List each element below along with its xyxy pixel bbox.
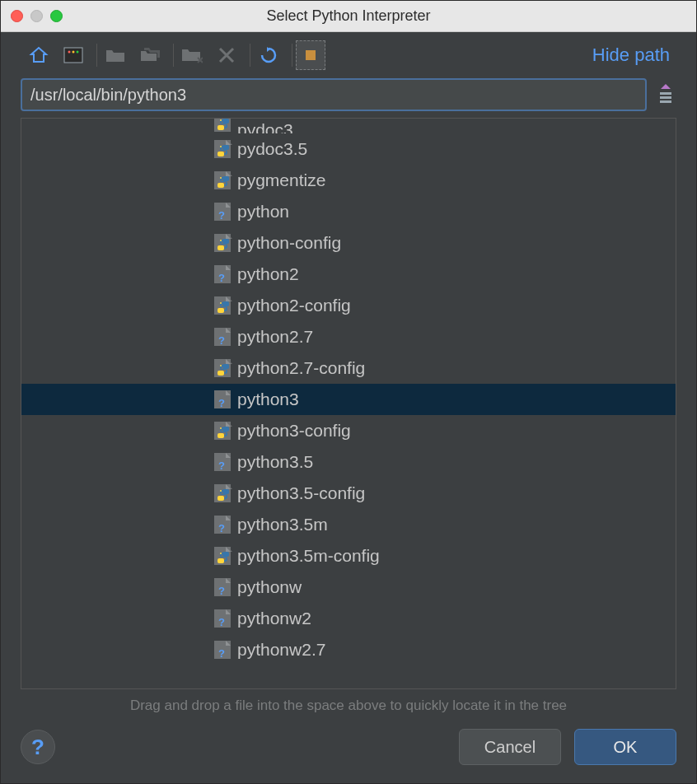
svg-point-35 <box>220 365 222 366</box>
tree-row[interactable]: ?python <box>21 196 676 227</box>
folder-stack-icon <box>140 46 160 64</box>
python-file-icon <box>213 170 234 191</box>
svg-rect-49 <box>222 489 229 494</box>
file-tree[interactable]: pydoc3pydoc3.5pygmentize?pythonpython-co… <box>21 118 676 689</box>
tree-row[interactable]: ?python3 <box>21 384 676 415</box>
tree-row[interactable]: ?pythonw2.7 <box>21 634 676 665</box>
tree-row[interactable]: pydoc3.5 <box>21 133 676 165</box>
window-controls <box>11 10 63 22</box>
new-folder-button[interactable] <box>101 40 130 70</box>
unknown-file-icon: ? <box>213 201 234 222</box>
svg-point-3 <box>77 51 79 54</box>
file-label: pydoc3.5 <box>237 139 307 159</box>
file-label: python-config <box>237 233 341 253</box>
svg-point-13 <box>220 146 222 147</box>
copy-folder-button[interactable] <box>135 40 165 70</box>
svg-rect-10 <box>218 125 224 130</box>
maximize-window-button[interactable] <box>50 10 63 22</box>
svg-text:?: ? <box>218 334 225 347</box>
file-label: python3.5 <box>237 452 313 472</box>
svg-rect-54 <box>218 558 224 563</box>
hide-path-link[interactable]: Hide path <box>592 44 673 66</box>
toolbar-separator <box>96 44 97 67</box>
tree-row[interactable]: python2.7-config <box>21 352 676 384</box>
tree-row[interactable]: ?python3.5 <box>21 446 676 478</box>
toolbar-separator <box>292 44 292 67</box>
tree-row[interactable]: ?python3.5m <box>21 509 676 540</box>
svg-rect-55 <box>222 552 229 557</box>
folder-icon <box>105 47 125 63</box>
python-file-icon <box>213 138 234 160</box>
tree-row[interactable]: ?python2 <box>21 259 676 290</box>
file-label: python3.5-config <box>237 483 365 503</box>
svg-rect-11 <box>222 119 229 124</box>
tree-row[interactable]: pygmentize <box>21 165 676 196</box>
unknown-file-icon: ? <box>213 639 234 660</box>
python-file-icon <box>213 232 234 254</box>
svg-point-47 <box>220 490 222 492</box>
unknown-file-icon: ? <box>213 326 234 348</box>
tree-row[interactable]: python-config <box>21 227 676 259</box>
svg-text:?: ? <box>218 272 225 284</box>
tree-row[interactable]: pydoc3 <box>21 119 676 133</box>
file-label: python2 <box>237 264 299 284</box>
delete-button[interactable] <box>212 40 241 70</box>
tree-row[interactable]: python3.5m-config <box>21 540 676 572</box>
history-button[interactable] <box>655 82 676 107</box>
toolbar: Hide path <box>1 32 696 78</box>
toolbar-separator <box>250 44 250 67</box>
unknown-file-icon: ? <box>213 264 234 285</box>
python-file-icon <box>213 483 234 504</box>
svg-point-1 <box>68 51 71 54</box>
minimize-window-button[interactable] <box>30 10 43 22</box>
svg-text:?: ? <box>218 209 225 222</box>
unknown-file-icon: ? <box>213 451 234 473</box>
unknown-file-icon: ? <box>213 514 234 535</box>
cancel-button[interactable]: Cancel <box>459 729 561 765</box>
show-hidden-button[interactable] <box>296 40 325 70</box>
svg-rect-19 <box>222 176 229 181</box>
tree-row[interactable]: ?pythonw2 <box>21 603 676 634</box>
unknown-file-icon: ? <box>213 576 234 598</box>
file-label: python2-config <box>237 296 351 315</box>
home-button[interactable] <box>24 40 54 70</box>
tree-row[interactable]: python3-config <box>21 415 676 446</box>
tree-row[interactable]: ?python2.7 <box>21 321 676 352</box>
ok-button[interactable]: OK <box>574 729 676 765</box>
new-folder-action-button[interactable] <box>177 40 207 70</box>
home-icon <box>29 45 49 65</box>
svg-rect-15 <box>222 145 229 150</box>
svg-point-2 <box>73 51 75 54</box>
svg-rect-14 <box>218 152 224 156</box>
file-label: python2.7 <box>237 327 313 347</box>
bottom-row: ? Cancel OK <box>1 729 696 783</box>
file-label: python2.7-config <box>237 358 365 378</box>
svg-point-23 <box>220 240 222 241</box>
svg-rect-37 <box>222 364 229 369</box>
svg-rect-36 <box>218 371 224 376</box>
tree-row[interactable]: python2-config <box>21 290 676 321</box>
path-input[interactable] <box>21 78 647 111</box>
python-file-icon <box>213 545 234 567</box>
unknown-file-icon: ? <box>213 608 234 629</box>
help-button[interactable]: ? <box>21 730 55 764</box>
tree-row[interactable]: ?pythonw <box>21 572 676 603</box>
svg-rect-24 <box>218 245 224 250</box>
svg-rect-48 <box>218 496 224 501</box>
file-label: python3.5m-config <box>237 546 380 566</box>
python-file-icon <box>213 295 234 316</box>
file-label: pythonw2.7 <box>237 640 325 660</box>
unknown-file-icon: ? <box>213 389 234 410</box>
close-window-button[interactable] <box>11 10 23 22</box>
file-label: python3.5m <box>237 515 328 534</box>
svg-rect-43 <box>222 427 229 432</box>
drop-hint: Drag and drop a file into the space abov… <box>1 689 696 729</box>
python-file-icon <box>213 420 234 441</box>
refresh-button[interactable] <box>254 40 283 70</box>
svg-point-29 <box>220 302 222 304</box>
project-button[interactable] <box>58 40 88 70</box>
tree-row[interactable]: python3.5-config <box>21 478 676 509</box>
svg-rect-4 <box>306 50 316 60</box>
close-icon <box>218 47 235 63</box>
dialog-window: Select Python Interpreter <box>0 0 697 784</box>
